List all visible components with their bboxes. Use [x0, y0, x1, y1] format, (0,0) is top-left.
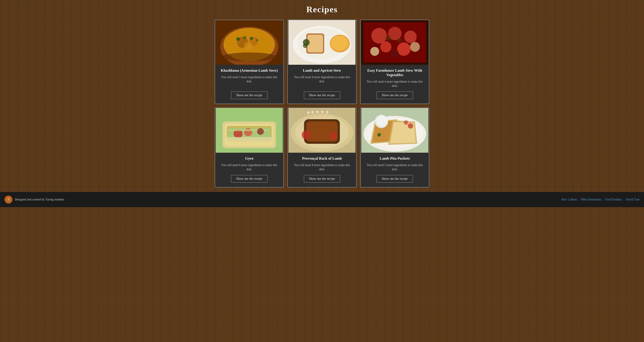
svg-point-55	[316, 111, 319, 113]
recipe-card-6: Lamb Pita PocketsYou will need 5 more in…	[360, 108, 429, 187]
recipe-btn-1[interactable]: Show me the recipe	[231, 92, 268, 99]
svg-point-18	[331, 36, 348, 50]
page-title: Recipes	[215, 4, 429, 14]
svg-point-23	[371, 28, 387, 43]
svg-point-11	[222, 52, 276, 61]
svg-point-26	[380, 41, 391, 52]
svg-point-70	[404, 120, 408, 125]
svg-point-68	[376, 115, 387, 127]
recipe-image-6	[361, 108, 429, 153]
recipe-image-1	[215, 20, 283, 65]
recipe-body-3: Easy Farmhouse Lamb Stew With Vegetables…	[361, 65, 429, 104]
svg-point-7	[236, 37, 240, 41]
recipe-card-4: GyroYou will need 4 more ingredients to …	[215, 108, 284, 187]
footer-separator: |	[623, 198, 625, 201]
svg-rect-42	[227, 137, 272, 142]
recipe-body-1: Khashlama (Armenian Lamb Stew)You will n…	[215, 65, 283, 104]
svg-point-57	[326, 111, 328, 113]
recipe-card-5: Provençal Rack of LambYou will need 4 mo…	[287, 108, 356, 187]
svg-point-56	[321, 111, 324, 113]
svg-point-69	[408, 123, 413, 129]
svg-point-30	[391, 50, 399, 58]
svg-point-54	[312, 111, 314, 113]
svg-point-20	[303, 43, 308, 48]
recipe-btn-4[interactable]: Show me the recipe	[231, 175, 268, 183]
svg-point-53	[308, 111, 310, 114]
svg-point-58	[302, 130, 311, 139]
svg-point-28	[370, 47, 379, 56]
recipe-ingredients-3: You will need 4 more ingredients to make…	[364, 79, 425, 88]
recipe-image-4	[215, 108, 283, 153]
recipe-body-2: Lamb and Apricot StewYou will need 4 mor…	[288, 65, 356, 104]
svg-point-31	[385, 35, 391, 41]
recipe-name-3: Easy Farmhouse Lamb Stew With Vegetables	[364, 68, 425, 77]
author-link-0[interactable]: Alex Latham	[561, 198, 577, 201]
recipe-ingredients-2: You will need 4 more ingredients to make…	[291, 75, 352, 83]
recipe-name-6: Lamb Pita Pockets	[380, 156, 410, 161]
recipe-body-6: Lamb Pita PocketsYou will need 5 more in…	[361, 153, 429, 187]
author-link-2[interactable]: Fred Rondina	[605, 198, 622, 201]
footer: 🍲 Designed and created by Turing student…	[0, 192, 644, 207]
recipe-btn-2[interactable]: Show me the recipe	[304, 92, 340, 99]
footer-left: 🍲 Designed and created by Turing student…	[4, 195, 64, 204]
recipe-image-2	[288, 20, 356, 65]
svg-point-9	[250, 37, 253, 40]
recipe-btn-3[interactable]: Show me the recipe	[376, 92, 413, 99]
recipe-name-4: Gyro	[245, 156, 253, 161]
recipe-btn-6[interactable]: Show me the recipe	[376, 175, 413, 183]
recipe-image-3	[361, 20, 429, 65]
recipe-ingredients-1: You will need 3 more ingredients to make…	[219, 75, 280, 83]
recipe-card-2: Lamb and Apricot StewYou will need 4 mor…	[287, 20, 356, 104]
svg-point-6	[232, 32, 267, 55]
author-link-3[interactable]: David Tran	[626, 198, 640, 201]
recipe-ingredients-4: You will need 4 more ingredients to make…	[219, 163, 280, 171]
footer-logo: 🍲	[4, 195, 12, 204]
footer-authors: Alex Latham | Mike Hernandez | Fred Rond…	[561, 198, 640, 201]
recipe-image-5	[288, 108, 356, 153]
svg-point-32	[397, 38, 402, 42]
svg-point-10	[256, 39, 258, 41]
recipes-grid: Khashlama (Armenian Lamb Stew)You will n…	[215, 20, 429, 187]
svg-point-71	[377, 133, 381, 137]
footer-credit: Designed and created by Turing students	[15, 198, 64, 201]
recipe-card-1: Khashlama (Armenian Lamb Stew)You will n…	[215, 20, 284, 104]
recipe-name-5: Provençal Rack of Lamb	[302, 156, 342, 161]
svg-rect-16	[308, 35, 323, 52]
svg-point-27	[397, 42, 410, 56]
recipe-ingredients-5: You will need 4 more ingredients to make…	[291, 163, 352, 171]
svg-point-29	[410, 42, 420, 52]
svg-point-59	[329, 132, 337, 140]
footer-separator: |	[578, 198, 580, 201]
author-link-1[interactable]: Mike Hernandez	[581, 198, 601, 201]
recipe-ingredients-6: You will need 5 more ingredients to make…	[364, 163, 425, 171]
recipe-name-2: Lamb and Apricot Stew	[303, 68, 341, 73]
svg-point-41	[257, 128, 264, 135]
recipe-name-1: Khashlama (Armenian Lamb Stew)	[221, 68, 278, 73]
svg-point-8	[244, 36, 246, 39]
recipe-body-4: GyroYou will need 4 more ingredients to …	[215, 153, 283, 187]
svg-point-25	[404, 31, 416, 43]
recipe-card-3: Easy Farmhouse Lamb Stew With Vegetables…	[360, 20, 429, 104]
recipe-btn-5[interactable]: Show me the recipe	[304, 175, 340, 183]
footer-separator: |	[602, 198, 604, 201]
recipe-body-5: Provençal Rack of LambYou will need 4 mo…	[288, 153, 356, 187]
